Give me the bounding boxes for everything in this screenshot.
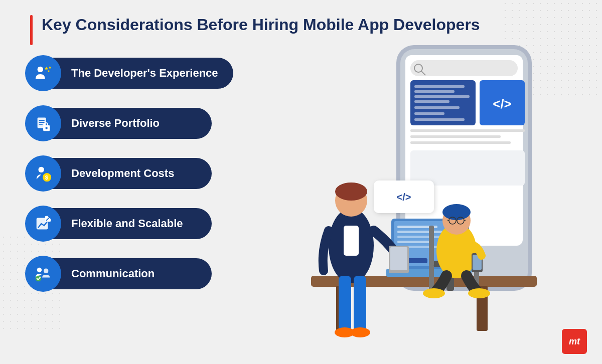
illustration-svg: </> </> bbox=[286, 30, 587, 351]
svg-text:</>: </> bbox=[493, 96, 512, 111]
svg-rect-55 bbox=[344, 226, 359, 256]
svg-point-16 bbox=[37, 268, 42, 273]
svg-point-63 bbox=[350, 327, 370, 337]
briefcase-icon bbox=[34, 114, 53, 133]
svg-rect-38 bbox=[410, 150, 525, 186]
svg-rect-31 bbox=[414, 112, 444, 115]
svg-rect-22 bbox=[410, 60, 518, 76]
svg-rect-7 bbox=[39, 124, 43, 125]
svg-rect-6 bbox=[39, 122, 44, 123]
label-pill-3: Development Costs bbox=[51, 158, 212, 189]
svg-point-17 bbox=[44, 269, 49, 274]
svg-line-80 bbox=[464, 220, 466, 221]
svg-rect-32 bbox=[414, 118, 465, 121]
svg-rect-29 bbox=[414, 100, 449, 103]
label-pill-1: The Developer's Experience bbox=[51, 58, 233, 89]
label-pill-2: Diverse Portfolio bbox=[51, 108, 212, 139]
logo: mt bbox=[562, 329, 587, 354]
icon-circle-4 bbox=[25, 206, 61, 242]
svg-point-57 bbox=[335, 183, 367, 201]
svg-rect-59 bbox=[390, 247, 407, 270]
illustration-panel: </> </> bbox=[286, 30, 587, 351]
svg-text:$: $ bbox=[45, 174, 49, 180]
list-item: Flexible and Scalable bbox=[25, 206, 296, 242]
svg-rect-60 bbox=[339, 276, 351, 331]
svg-point-70 bbox=[423, 288, 445, 298]
svg-rect-27 bbox=[414, 90, 455, 93]
list-item: ★ ★ ★ The Developer's Experience bbox=[25, 55, 296, 91]
svg-rect-26 bbox=[414, 85, 465, 88]
logo-text: mt bbox=[569, 336, 580, 347]
svg-text:★: ★ bbox=[48, 65, 52, 70]
label-pill-5: Communication bbox=[51, 258, 212, 289]
icon-circle-1: ★ ★ ★ bbox=[25, 55, 61, 91]
flexible-scalable-icon bbox=[34, 214, 53, 233]
svg-rect-30 bbox=[414, 106, 460, 109]
communication-icon bbox=[34, 264, 53, 283]
considerations-list: ★ ★ ★ The Developer's Experience bbox=[25, 55, 296, 292]
svg-rect-36 bbox=[410, 135, 501, 138]
svg-text:★: ★ bbox=[47, 69, 50, 73]
svg-rect-28 bbox=[414, 95, 470, 98]
svg-rect-51 bbox=[397, 241, 432, 243]
svg-point-73 bbox=[442, 204, 471, 220]
svg-rect-5 bbox=[39, 120, 44, 121]
icon-circle-3: $ bbox=[25, 155, 61, 192]
svg-point-71 bbox=[468, 288, 490, 298]
svg-text:</>: </> bbox=[397, 192, 411, 203]
list-item: Diverse Portfolio bbox=[25, 105, 296, 141]
svg-rect-35 bbox=[410, 129, 525, 132]
list-item: Communication bbox=[25, 256, 296, 292]
svg-point-10 bbox=[39, 167, 44, 172]
star-person-icon: ★ ★ ★ bbox=[34, 64, 53, 83]
svg-point-18 bbox=[36, 276, 41, 281]
svg-rect-61 bbox=[354, 276, 366, 331]
list-item: $ Development Costs bbox=[25, 155, 296, 192]
icon-circle-2 bbox=[25, 105, 61, 141]
svg-rect-50 bbox=[397, 236, 442, 238]
icon-circle-5 bbox=[25, 256, 61, 292]
title-accent-bar bbox=[30, 15, 33, 45]
svg-line-79 bbox=[447, 220, 449, 221]
label-pill-4: Flexible and Scalable bbox=[51, 208, 212, 239]
person-dollar-icon: $ bbox=[34, 164, 53, 183]
main-container: Key Considerations Before Hiring Mobile … bbox=[0, 0, 602, 364]
svg-point-0 bbox=[38, 67, 43, 72]
svg-rect-68 bbox=[429, 226, 434, 266]
svg-rect-37 bbox=[410, 141, 511, 144]
svg-rect-9 bbox=[46, 127, 48, 129]
